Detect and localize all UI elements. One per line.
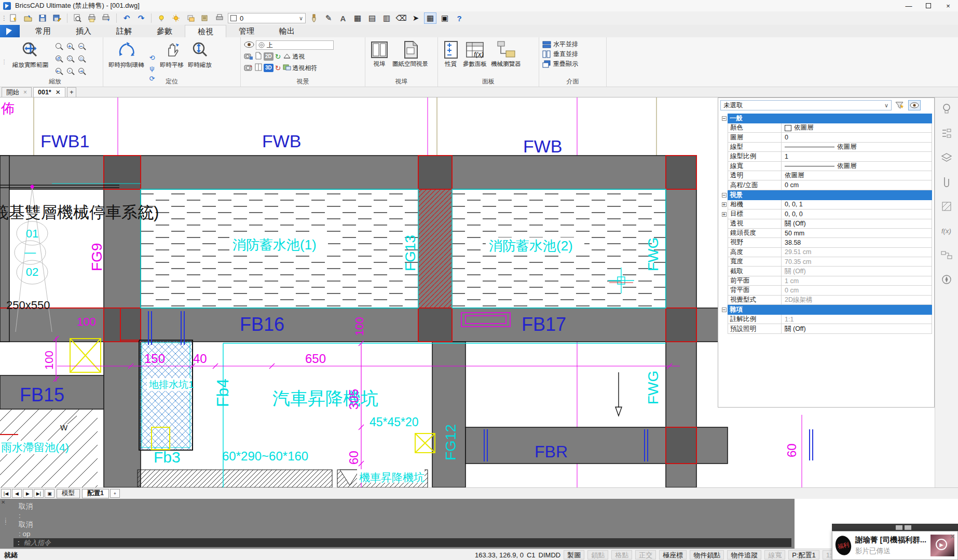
property-row[interactable]: 高程/立面0 cm bbox=[720, 180, 932, 190]
save-as-icon[interactable] bbox=[51, 12, 63, 24]
property-row[interactable]: 寬度70.35 cm bbox=[720, 257, 932, 267]
grid-style-icon[interactable]: ▤ bbox=[366, 12, 378, 24]
print-preview-icon[interactable] bbox=[71, 12, 84, 24]
hatch-icon[interactable]: ▦ bbox=[351, 12, 364, 24]
notification-toast[interactable]: 福利 謝瑜菁 [司機福利群... 影片已傳送 ▶ ✕ bbox=[832, 531, 958, 560]
viewport-button[interactable]: 視埠 bbox=[368, 39, 390, 77]
save-icon[interactable] bbox=[36, 12, 49, 24]
property-row[interactable]: 背平面0 cm bbox=[720, 286, 932, 295]
property-row[interactable]: +目標0, 0, 0 bbox=[720, 209, 932, 219]
property-row[interactable]: 線型依圖層 bbox=[720, 143, 932, 152]
tab-manage[interactable]: 管理 bbox=[226, 25, 267, 37]
camera-save-icon[interactable] bbox=[244, 52, 253, 61]
status-item[interactable]: 正交 bbox=[635, 550, 656, 559]
status-item[interactable]: 線寬 bbox=[764, 550, 785, 559]
status-item[interactable]: 極座標 bbox=[659, 550, 687, 559]
plot-style-icon[interactable] bbox=[213, 12, 226, 24]
eye-toggle-icon[interactable] bbox=[908, 100, 921, 110]
eye-icon[interactable] bbox=[244, 41, 254, 50]
zoom-dynamic-icon[interactable]: ⁘ bbox=[64, 52, 75, 64]
viewport-single-icon[interactable] bbox=[255, 63, 262, 73]
command-grip[interactable]: ⋮⋮ bbox=[3, 519, 8, 524]
layers-panel-icon[interactable] bbox=[940, 151, 953, 164]
tile-vertical-button[interactable]: 垂直並排 bbox=[542, 49, 603, 59]
refresh-add-icon[interactable]: ↻ bbox=[275, 64, 281, 72]
command-close-icon[interactable]: ✕ bbox=[1, 499, 5, 505]
light-panel-icon[interactable] bbox=[940, 103, 953, 115]
property-section-header[interactable]: −一般 bbox=[720, 114, 932, 123]
undo-icon[interactable]: ↶ bbox=[120, 12, 133, 24]
print-icon[interactable] bbox=[86, 12, 98, 24]
command-input[interactable]: : 輸入指令 bbox=[13, 538, 791, 547]
zoom-out-icon[interactable]: − bbox=[75, 39, 87, 52]
doc-tab-start[interactable]: 開始× bbox=[2, 87, 32, 97]
realtime-zoom-button[interactable]: 即時縮放 bbox=[186, 39, 214, 77]
zoom-extents-button[interactable]: 縮放實際範圍 bbox=[10, 39, 50, 77]
status-item[interactable]: 物件鎖點 bbox=[690, 550, 724, 559]
property-row[interactable]: 線寬依圖層 bbox=[720, 162, 932, 171]
relations-panel-icon[interactable] bbox=[940, 249, 953, 261]
tab-view[interactable]: 檢視 bbox=[185, 25, 226, 37]
attachments-panel-icon[interactable] bbox=[940, 176, 953, 188]
workspace-icon[interactable]: ▣ bbox=[439, 12, 451, 24]
minimize-button[interactable]: — bbox=[899, 0, 919, 11]
property-row[interactable]: 截取關 (Off) bbox=[720, 267, 932, 276]
pencil-icon[interactable]: ✎ bbox=[322, 12, 335, 24]
next-layout-button[interactable]: ▶ bbox=[23, 489, 33, 498]
realtime-orbit-button[interactable]: 即時抑制環轉 bbox=[106, 39, 146, 77]
open-file-icon[interactable] bbox=[22, 12, 34, 24]
properties-panel-button[interactable]: 性質 bbox=[441, 39, 461, 77]
new-sheet-icon[interactable] bbox=[255, 52, 262, 61]
2d-badge[interactable]: 2D bbox=[264, 52, 273, 61]
property-row[interactable]: 透明依圖層 bbox=[720, 171, 932, 180]
mechanical-browser-button[interactable]: 機械瀏覽器 bbox=[489, 39, 523, 77]
maximize-button[interactable] bbox=[919, 0, 938, 11]
paper-space-view-button[interactable]: 圖紙空間視景 bbox=[390, 39, 430, 77]
parameters-panel-button[interactable]: f(x) 參數面板 bbox=[461, 39, 489, 77]
zoom-center-icon[interactable]: · bbox=[64, 64, 75, 77]
layer-thaw-icon[interactable] bbox=[170, 12, 182, 24]
property-section-header[interactable]: −視景 bbox=[720, 190, 932, 200]
status-item[interactable]: 物件追蹤 bbox=[727, 550, 761, 559]
close-tab-icon[interactable]: ✕ bbox=[56, 89, 61, 96]
ribbon-grip[interactable]: ⋮ bbox=[0, 37, 7, 87]
command-panel[interactable]: ✕ ⋮⋮ 取消:取消: op : 輸入指令 bbox=[0, 499, 795, 549]
tab-insert[interactable]: 插入 bbox=[63, 25, 104, 37]
layer-states-icon[interactable] bbox=[199, 12, 211, 24]
tab-annotate[interactable]: 註解 bbox=[104, 25, 144, 37]
tab-parametric[interactable]: 參數 bbox=[144, 25, 185, 37]
panels-toggle-icon[interactable]: ▦ bbox=[424, 12, 436, 24]
new-file-icon[interactable] bbox=[7, 12, 20, 24]
structure-panel-icon[interactable] bbox=[940, 127, 953, 139]
layer-unlock-icon[interactable] bbox=[184, 12, 197, 24]
last-layout-button[interactable]: ▶| bbox=[34, 489, 44, 498]
tile-horizontal-button[interactable]: 水平並排 bbox=[542, 39, 603, 49]
eraser-icon[interactable]: ⌫ bbox=[395, 12, 407, 24]
property-row[interactable]: 顏色依圖層 bbox=[720, 123, 932, 133]
navigation-panel-icon[interactable] bbox=[940, 273, 953, 286]
parameters-strip-icon[interactable]: f(x) bbox=[940, 225, 953, 237]
refresh-icon[interactable]: ↻ bbox=[275, 53, 281, 60]
application-button[interactable] bbox=[0, 25, 20, 37]
layout-list-button[interactable]: ▣ bbox=[45, 489, 54, 498]
zoom-in-icon[interactable]: + bbox=[64, 39, 75, 52]
zoom-left-icon[interactable]: ← bbox=[52, 64, 64, 77]
prev-layout-button[interactable]: ◀ bbox=[12, 489, 22, 498]
doc-tab-001[interactable]: 001*✕ bbox=[33, 87, 65, 97]
persp-match-icon[interactable] bbox=[283, 64, 291, 72]
match-properties-icon[interactable] bbox=[308, 12, 320, 24]
toolbar-grip[interactable]: ⋮ bbox=[1, 15, 5, 22]
model-tab[interactable]: 模型 bbox=[57, 489, 80, 498]
selection-dropdown[interactable]: 未選取∨ bbox=[720, 100, 892, 110]
layout1-tab[interactable]: 配置1 bbox=[82, 489, 109, 498]
close-tab-icon[interactable]: × bbox=[23, 89, 27, 96]
property-section-header[interactable]: −雜項 bbox=[720, 305, 932, 315]
property-row[interactable]: 圖層0 bbox=[720, 133, 932, 142]
perspective-label[interactable]: 透視 bbox=[293, 52, 305, 61]
3d-badge[interactable]: 3D bbox=[264, 64, 273, 72]
property-row[interactable]: 預設照明關 (Off) bbox=[720, 324, 932, 333]
text-style-icon[interactable]: A bbox=[337, 12, 349, 24]
new-layout-button[interactable]: + bbox=[110, 489, 120, 498]
property-row[interactable]: 線型比例1 bbox=[720, 152, 932, 161]
new-doc-tab-button[interactable]: + bbox=[67, 87, 76, 97]
